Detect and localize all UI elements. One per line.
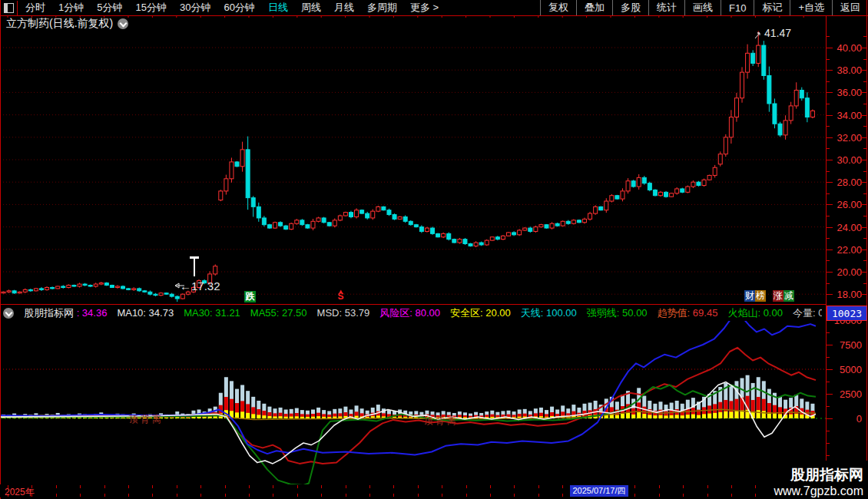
candlestick-chart[interactable] xyxy=(0,15,826,305)
axis-line xyxy=(826,15,827,497)
volume-tick xyxy=(827,332,830,333)
divergence-label-1: 顶背离 xyxy=(129,413,164,426)
toolbar-button[interactable]: 标记 xyxy=(754,0,790,15)
period-tab[interactable]: 月线 xyxy=(334,1,354,15)
period-tab[interactable]: 更多 > xyxy=(410,1,439,15)
indicator-chart[interactable] xyxy=(0,321,826,484)
corner-button[interactable]: 财榜 xyxy=(744,290,766,302)
price-tick xyxy=(860,227,866,228)
date-tick xyxy=(80,485,81,488)
toolbar-button[interactable]: F10 xyxy=(721,0,754,15)
panel-toggle-button[interactable] xyxy=(0,1,18,15)
price-tick xyxy=(827,81,830,82)
date-tick xyxy=(369,494,370,497)
period-tab[interactable]: 周线 xyxy=(301,1,321,15)
period-tab[interactable]: 日线 xyxy=(268,1,288,15)
price-tick xyxy=(827,227,833,228)
period-tab[interactable]: 1分钟 xyxy=(58,1,84,15)
toolbar-button[interactable]: +自选 xyxy=(790,0,832,15)
toolbar-button[interactable]: 复权 xyxy=(540,0,576,15)
date-tick xyxy=(562,494,563,497)
divider xyxy=(0,15,868,16)
date-tick xyxy=(346,485,346,488)
price-tick xyxy=(863,171,866,172)
date-tick xyxy=(634,494,635,497)
price-tick xyxy=(860,48,866,48)
corner-button-char: 财 xyxy=(744,290,755,302)
price-tick xyxy=(860,204,866,205)
price-tick xyxy=(863,260,866,261)
price-tick xyxy=(827,238,830,239)
toolbar-button[interactable]: 多股 xyxy=(612,0,648,15)
period-tab[interactable]: 5分钟 xyxy=(97,1,122,15)
price-tick xyxy=(827,48,833,48)
price-tick-label: 40.00 xyxy=(830,42,862,54)
volume-tick xyxy=(827,443,830,444)
price-tick-label: 32.00 xyxy=(830,132,862,144)
volume-tick-label: 5000 xyxy=(830,364,862,375)
price-tick-label: 20.00 xyxy=(830,266,862,278)
date-tick xyxy=(80,494,81,497)
low-price-annotation: ←17.32 xyxy=(180,279,220,292)
toolbar-menu: 复权叠加多股统计画线F10标记+自选返回 xyxy=(540,0,868,15)
date-tick xyxy=(707,485,708,488)
price-tick xyxy=(860,92,866,93)
toolbar-button[interactable]: 叠加 xyxy=(576,0,612,15)
indicator-value: 强弱线: 50.00 xyxy=(587,306,648,320)
chevron-down-icon[interactable] xyxy=(3,308,14,319)
price-tick xyxy=(860,182,866,183)
indicator-value: 今量: 0.00 xyxy=(793,306,822,320)
period-tab[interactable]: 15分钟 xyxy=(135,1,166,15)
date-tick xyxy=(249,485,250,488)
date-highlight: 2025/07/17/四 xyxy=(570,485,628,497)
date-tick xyxy=(297,494,298,497)
corner-button-char: 涨 xyxy=(773,290,784,302)
price-tick-label: 22.00 xyxy=(830,244,862,256)
date-tick xyxy=(659,485,660,488)
price-tick xyxy=(863,283,866,284)
indicator-status-bar[interactable]: 股朋指标网 : 34.36MA10: 34.73MA30: 31.21MA55:… xyxy=(3,306,822,320)
corner-button-char: 减 xyxy=(784,290,794,302)
date-tick xyxy=(418,485,419,488)
date-tick xyxy=(225,494,226,497)
toolbar-button[interactable]: 统计 xyxy=(648,0,684,15)
date-tick xyxy=(177,494,177,497)
price-tick xyxy=(827,294,833,295)
indicator-value: 股朋指标网 : 34.36 xyxy=(24,306,107,320)
price-tick xyxy=(827,92,833,93)
price-tick xyxy=(827,182,833,183)
price-tick-label: 38.00 xyxy=(830,64,862,76)
volume-tick xyxy=(827,345,830,345)
price-tick xyxy=(827,137,833,138)
date-tick xyxy=(683,494,684,497)
date-axis[interactable]: 45678 xyxy=(0,484,868,497)
date-tick xyxy=(707,494,708,497)
price-tick xyxy=(827,272,833,273)
price-tick xyxy=(863,81,866,82)
trading-app-window: 分时1分钟5分钟15分钟30分钟60分钟日线周线月线多周期更多 > 复权叠加多股… xyxy=(0,0,868,499)
indicator-value: 天线: 100.00 xyxy=(521,306,577,320)
period-tab[interactable]: 30分钟 xyxy=(180,1,210,15)
date-tick xyxy=(56,494,57,497)
period-menu: 分时1分钟5分钟15分钟30分钟60分钟日线周线月线多周期更多 > xyxy=(18,1,439,15)
price-tick xyxy=(860,115,866,116)
price-tick xyxy=(827,193,830,194)
price-tick xyxy=(863,193,866,194)
toolbar-button[interactable]: 画线 xyxy=(684,0,721,15)
date-tick xyxy=(152,494,153,497)
price-tick xyxy=(827,36,830,37)
date-tick xyxy=(731,494,732,497)
corner-buttons: 财榜涨减 xyxy=(744,290,794,302)
toolbar-button[interactable]: 返回 xyxy=(832,0,868,15)
divider xyxy=(0,304,826,305)
period-tab[interactable]: 分时 xyxy=(25,1,45,15)
price-tick-label: 34.00 xyxy=(830,110,862,121)
period-tab[interactable]: 多周期 xyxy=(367,1,397,15)
date-tick xyxy=(177,485,177,488)
window-border-right xyxy=(866,0,867,499)
date-tick xyxy=(321,494,322,497)
period-tab[interactable]: 60分钟 xyxy=(224,1,254,15)
corner-button[interactable]: 涨减 xyxy=(773,290,794,302)
price-tick xyxy=(863,104,866,104)
price-tick xyxy=(863,148,866,149)
